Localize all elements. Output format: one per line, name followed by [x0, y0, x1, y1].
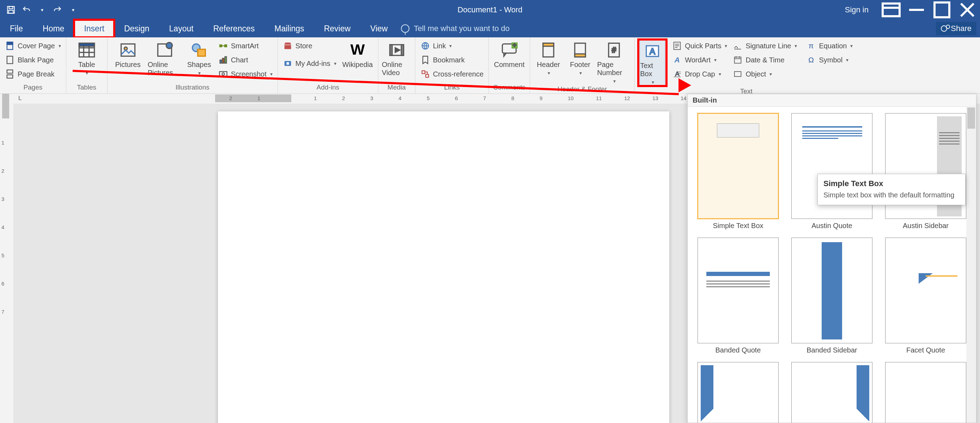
text-box-icon: A [643, 42, 662, 60]
svg-rect-28 [222, 58, 224, 63]
gallery-item-filigree-quote[interactable]: Filigree Quote [884, 362, 968, 423]
tab-file[interactable]: File [0, 20, 33, 37]
group-label-pages: Pages [3, 82, 62, 94]
object-button[interactable]: Object▾ [731, 68, 799, 80]
link-button[interactable]: Link▾ [419, 40, 485, 52]
online-video-button[interactable]: Online Video [382, 40, 412, 77]
svg-rect-24 [197, 49, 205, 56]
maximize-icon[interactable] [929, 0, 955, 20]
gallery-item-austin-sidebar[interactable]: Austin Sidebar [884, 113, 968, 230]
svg-rect-37 [390, 45, 392, 55]
header-button[interactable]: Header▾ [533, 40, 563, 84]
page-number-button[interactable]: #Page Number▾ [597, 40, 631, 84]
text-box-button[interactable]: A Text Box▾ [640, 40, 665, 85]
date-time-button[interactable]: Date & Time [731, 54, 799, 66]
cover-page-button[interactable]: Cover Page▾ [3, 40, 62, 52]
svg-rect-3 [883, 3, 900, 16]
wordart-icon: A [672, 55, 682, 65]
group-label-tables: Tables [70, 82, 104, 94]
group-comments: +Comment Comments [489, 37, 530, 94]
tell-me-search[interactable]: Tell me what you want to do [401, 20, 509, 37]
quick-parts-button[interactable]: Quick Parts▾ [671, 40, 729, 52]
group-label-illustrations: Illustrations [111, 82, 274, 94]
svg-rect-29 [224, 57, 226, 64]
group-pages: Cover Page▾ Blank Page Page Break Pages [0, 37, 66, 94]
tooltip-title: Simple Text Box [823, 179, 959, 188]
store-button[interactable]: Store [282, 40, 338, 52]
close-icon[interactable] [955, 0, 980, 20]
group-text: A Text Box▾ Quick Parts▾ AWordArt▾ ADrop… [635, 37, 858, 94]
my-addins-button[interactable]: My Add-ins▾ [282, 57, 338, 70]
tell-me-placeholder: Tell me what you want to do [414, 24, 509, 33]
tab-references[interactable]: References [204, 20, 265, 37]
share-button[interactable]: Share [936, 22, 977, 35]
equation-button[interactable]: πEquation▾ [805, 40, 854, 52]
blank-page-button[interactable]: Blank Page [3, 54, 62, 66]
tab-home[interactable]: Home [33, 20, 74, 37]
svg-text:W: W [350, 41, 364, 58]
svg-rect-19 [121, 44, 135, 56]
minimize-icon[interactable] [904, 0, 929, 20]
document-title: Document1 - Word [457, 5, 522, 14]
svg-rect-46 [543, 43, 554, 46]
document-page[interactable] [218, 111, 669, 423]
cross-reference-button[interactable]: Cross-reference [419, 68, 485, 80]
cross-reference-icon [420, 69, 430, 79]
svg-rect-26 [224, 45, 227, 47]
store-icon [283, 41, 293, 51]
lightbulb-icon [401, 24, 409, 33]
ribbon-display-options-icon[interactable] [878, 0, 904, 20]
svg-rect-67 [735, 72, 741, 76]
group-media: Online Video Media [379, 37, 415, 94]
share-icon [941, 25, 947, 32]
gallery-tooltip: Simple Text Box Simple text box with the… [818, 174, 966, 205]
online-video-icon [388, 41, 406, 59]
svg-text:A: A [649, 46, 655, 56]
comment-button[interactable]: +Comment [492, 40, 526, 69]
signature-line-button[interactable]: Signature Line▾ [731, 40, 799, 52]
tab-selector-icon[interactable]: L [18, 95, 22, 102]
tab-layout[interactable]: Layout [159, 20, 204, 37]
svg-rect-18 [79, 43, 94, 46]
undo-icon[interactable] [22, 5, 31, 14]
sign-in-link[interactable]: Sign in [835, 5, 878, 14]
table-icon [78, 41, 96, 59]
bookmark-button[interactable]: Bookmark [419, 54, 485, 66]
wikipedia-button[interactable]: WWikipedia [340, 40, 374, 70]
symbol-button[interactable]: ΩSymbol▾ [805, 54, 854, 66]
svg-rect-10 [7, 56, 13, 64]
qat-customize-icon[interactable]: ▾ [68, 5, 78, 14]
svg-rect-40 [422, 71, 425, 74]
tab-view[interactable]: View [360, 20, 398, 37]
annotation-arrow-head [678, 78, 691, 92]
undo-dropdown-icon[interactable]: ▾ [37, 5, 46, 14]
svg-rect-48 [575, 54, 585, 57]
chart-button[interactable]: Chart [217, 54, 274, 66]
gallery-item-facet-quote[interactable]: Facet Quote [884, 238, 968, 354]
tab-design[interactable]: Design [114, 20, 159, 37]
gallery-item-facet-sidebar-right[interactable]: Facet Sidebar (Right) [790, 362, 874, 423]
footer-button[interactable]: Footer▾ [566, 40, 594, 84]
page-break-button[interactable]: Page Break [3, 68, 62, 80]
wordart-button[interactable]: AWordArt▾ [671, 54, 729, 66]
gallery-item-simple-text-box[interactable]: Simple Text Box [696, 113, 780, 230]
redo-icon[interactable] [53, 5, 62, 14]
svg-rect-5 [934, 2, 949, 17]
gallery-item-banded-quote[interactable]: Banded Quote [696, 238, 780, 354]
header-icon [539, 41, 558, 59]
page-break-icon [5, 69, 15, 79]
date-time-icon [733, 55, 743, 65]
tab-review[interactable]: Review [314, 20, 360, 37]
blank-page-icon [5, 55, 15, 65]
gallery-item-facet-sidebar-left[interactable]: Facet Sidebar (Left) [696, 362, 780, 423]
gallery-item-austin-quote[interactable]: Austin Quote [790, 113, 874, 230]
save-icon[interactable] [6, 5, 16, 14]
smartart-button[interactable]: SmartArt [217, 40, 274, 52]
gallery-scrollbar[interactable] [966, 106, 976, 423]
tab-insert[interactable]: Insert [74, 20, 114, 37]
gallery-item-banded-sidebar[interactable]: Banded Sidebar [790, 238, 874, 354]
svg-rect-1 [9, 6, 13, 9]
svg-rect-25 [220, 45, 222, 47]
tab-mailings[interactable]: Mailings [264, 20, 314, 37]
svg-rect-2 [9, 10, 13, 13]
